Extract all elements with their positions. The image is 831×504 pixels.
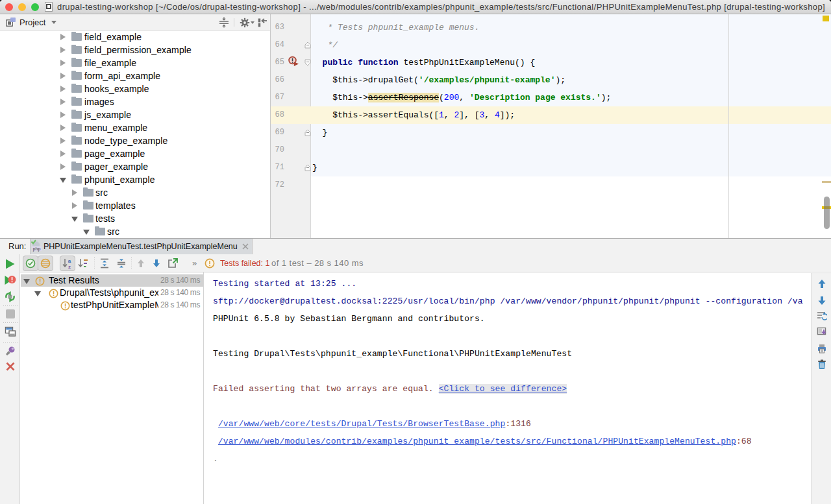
svg-text:z: z — [68, 264, 71, 270]
svg-text:php: php — [33, 246, 41, 252]
